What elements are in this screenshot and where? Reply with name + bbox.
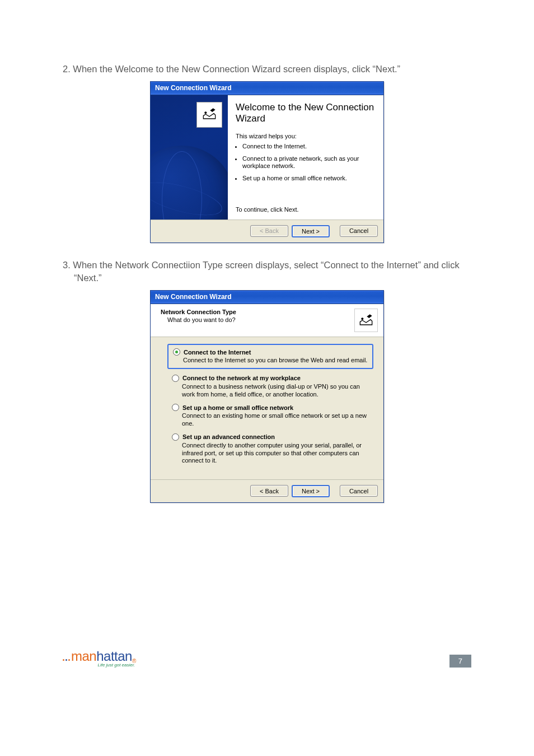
wizard-subtext: This wizard helps you: xyxy=(236,133,374,139)
option-connect-internet[interactable]: Connect to the Internet Connect to the I… xyxy=(167,344,373,369)
manhattan-logo: manhattan® Life just got easier. xyxy=(63,648,136,668)
radio-icon[interactable] xyxy=(172,433,179,441)
back-button: < Back xyxy=(250,225,288,237)
dialog-button-row: < Back Next > Cancel xyxy=(151,220,383,242)
dialog-titlebar: New Connection Wizard xyxy=(151,82,383,95)
wizard-bullets: Connect to the Internet. Connect to a pr… xyxy=(236,143,374,187)
page-footer: manhattan® Life just got easier. 7 xyxy=(60,648,474,668)
next-button[interactable]: Next > xyxy=(292,225,330,237)
option-label: Connect to the network at my workplace xyxy=(182,375,301,381)
wizard-heading: Welcome to the New Connection Wizard xyxy=(236,102,374,125)
option-home-office[interactable]: Set up a home or small office network Co… xyxy=(172,404,369,428)
step-2-text: 2. When the Welcome to the New Connectio… xyxy=(72,63,474,76)
dialog-titlebar: New Connection Wizard xyxy=(151,291,383,304)
connection-icon xyxy=(196,102,222,128)
svg-point-0 xyxy=(204,111,207,114)
dialog-connection-type: New Connection Wizard Network Connection… xyxy=(150,290,384,503)
option-label: Connect to the Internet xyxy=(184,349,251,356)
option-label: Set up a home or small office network xyxy=(182,404,293,411)
option-advanced[interactable]: Set up an advanced connection Connect di… xyxy=(172,433,369,465)
back-button[interactable]: < Back xyxy=(250,485,288,497)
radio-icon[interactable] xyxy=(173,348,180,356)
radio-icon[interactable] xyxy=(172,375,179,382)
page-number: 7 xyxy=(449,655,471,668)
wizard-continue-text: To continue, click Next. xyxy=(236,189,374,215)
option-label: Set up an advanced connection xyxy=(182,433,275,440)
connection-icon xyxy=(354,309,378,332)
wizard-side-graphic xyxy=(151,95,228,220)
option-desc: Connect directly to another computer usi… xyxy=(172,442,369,465)
radio-icon[interactable] xyxy=(172,404,179,411)
dialog-header-subtitle: What do you want to do? xyxy=(161,316,236,323)
svg-point-1 xyxy=(361,318,363,320)
dialog-welcome: New Connection Wizard Welcome to the New… xyxy=(150,81,384,243)
step-3-text: 3. When the Network Connectiion Type scr… xyxy=(72,259,474,284)
cancel-button[interactable]: Cancel xyxy=(340,485,378,497)
option-desc: Connect to the Internet so you can brows… xyxy=(173,357,368,365)
option-connect-workplace[interactable]: Connect to the network at my workplace C… xyxy=(172,375,369,399)
next-button[interactable]: Next > xyxy=(292,485,330,497)
option-desc: Connect to a business network (using dia… xyxy=(172,383,369,399)
cancel-button[interactable]: Cancel xyxy=(340,225,378,237)
dialog-button-row: < Back Next > Cancel xyxy=(151,479,383,502)
option-desc: Connect to an existing home or small off… xyxy=(172,412,369,428)
dialog-header-title: Network Connection Type xyxy=(161,309,236,315)
